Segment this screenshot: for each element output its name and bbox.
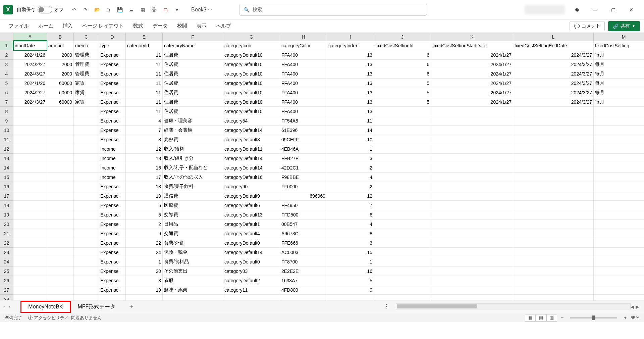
cell-L25[interactable] bbox=[513, 267, 594, 276]
cell-C11[interactable] bbox=[74, 135, 99, 144]
cell-E2[interactable]: 11 bbox=[126, 50, 163, 60]
cell-I28[interactable] bbox=[327, 295, 374, 300]
cell-L2[interactable]: 2024/3/27 bbox=[513, 50, 594, 60]
cell-L17[interactable] bbox=[513, 191, 594, 201]
column-header-G[interactable]: G bbox=[223, 33, 280, 41]
cell-A23[interactable] bbox=[13, 248, 47, 257]
row-header-24[interactable]: 24 bbox=[0, 257, 13, 267]
cell-M22[interactable] bbox=[594, 238, 644, 248]
cell-G14[interactable]: categoryDefault14 bbox=[223, 163, 280, 173]
cell-B24[interactable] bbox=[47, 257, 74, 267]
cell-J11[interactable] bbox=[374, 135, 431, 144]
cell-H6[interactable]: FFA400 bbox=[280, 88, 327, 97]
row-header-7[interactable]: 7 bbox=[0, 97, 13, 107]
cell-G28[interactable] bbox=[223, 295, 280, 300]
cell-L21[interactable] bbox=[513, 229, 594, 238]
row-header-11[interactable]: 11 bbox=[0, 135, 13, 144]
cell-M10[interactable] bbox=[594, 126, 644, 135]
cell-F17[interactable]: 通信費 bbox=[163, 191, 223, 201]
cell-G6[interactable]: categoryDefault10 bbox=[223, 88, 280, 97]
cell-G22[interactable]: categoryDefault0 bbox=[223, 238, 280, 248]
row-header-10[interactable]: 10 bbox=[0, 126, 13, 135]
cell-K28[interactable] bbox=[431, 295, 513, 300]
cell-K1[interactable]: fixedCostSettingStartDate bbox=[431, 41, 513, 50]
cell-L6[interactable]: 2024/3/27 bbox=[513, 88, 594, 97]
cell-M16[interactable] bbox=[594, 182, 644, 191]
sheet-options-icon[interactable]: ⋮ bbox=[384, 303, 389, 309]
horizontal-scroll-thumb[interactable] bbox=[397, 304, 477, 308]
cell-I15[interactable]: 4 bbox=[327, 173, 374, 182]
ribbon-tab-挿入[interactable]: 挿入 bbox=[58, 20, 77, 32]
cell-B4[interactable]: 2000 bbox=[47, 69, 74, 79]
cell-C1[interactable]: memo bbox=[74, 41, 99, 50]
cell-G27[interactable]: category11 bbox=[223, 285, 280, 295]
cell-K17[interactable] bbox=[431, 191, 513, 201]
ribbon-tab-数式[interactable]: 数式 bbox=[128, 20, 148, 32]
cell-D6[interactable]: Expense bbox=[99, 88, 126, 97]
cell-I23[interactable]: 15 bbox=[327, 248, 374, 257]
cell-C10[interactable] bbox=[74, 126, 99, 135]
cell-B13[interactable] bbox=[47, 154, 74, 163]
cell-F1[interactable]: categoryName bbox=[163, 41, 223, 50]
cell-K25[interactable] bbox=[431, 267, 513, 276]
cell-A21[interactable] bbox=[13, 229, 47, 238]
cell-F10[interactable]: 経費・会費類 bbox=[163, 126, 223, 135]
cell-B6[interactable]: 60000 bbox=[47, 88, 74, 97]
column-header-L[interactable]: L bbox=[513, 33, 594, 41]
cell-A18[interactable] bbox=[13, 201, 47, 210]
cell-E16[interactable]: 18 bbox=[126, 182, 163, 191]
new-button[interactable]: 🗋 bbox=[104, 5, 113, 14]
cell-G24[interactable]: categoryDefault0 bbox=[223, 257, 280, 267]
cell-C24[interactable] bbox=[74, 257, 99, 267]
cell-M3[interactable]: 毎月 bbox=[594, 60, 644, 69]
cell-J9[interactable] bbox=[374, 116, 431, 126]
row-header-6[interactable]: 6 bbox=[0, 88, 13, 97]
cell-I25[interactable]: 16 bbox=[327, 267, 374, 276]
cell-B25[interactable] bbox=[47, 267, 74, 276]
cell-G10[interactable]: categoryDefault14 bbox=[223, 126, 280, 135]
cell-H20[interactable]: 00B547 bbox=[280, 220, 327, 229]
cell-B16[interactable] bbox=[47, 182, 74, 191]
cell-F19[interactable]: 交際費 bbox=[163, 210, 223, 220]
cell-L4[interactable]: 2024/3/27 bbox=[513, 69, 594, 79]
cell-E24[interactable]: 1 bbox=[126, 257, 163, 267]
cell-I10[interactable]: 14 bbox=[327, 126, 374, 135]
cell-H22[interactable]: FFE666 bbox=[280, 238, 327, 248]
cell-C27[interactable] bbox=[74, 285, 99, 295]
cell-G17[interactable]: categoryDefault9 bbox=[223, 191, 280, 201]
cell-B1[interactable]: amount bbox=[47, 41, 74, 50]
cell-L24[interactable] bbox=[513, 257, 594, 267]
column-header-I[interactable]: I bbox=[327, 33, 374, 41]
cell-I16[interactable]: 2 bbox=[327, 182, 374, 191]
addins-button[interactable]: ▢ bbox=[161, 5, 170, 14]
cell-B20[interactable] bbox=[47, 220, 74, 229]
cell-I17[interactable]: 12 bbox=[327, 191, 374, 201]
horizontal-scrollbar[interactable] bbox=[396, 303, 631, 309]
cell-D17[interactable]: Expense bbox=[99, 191, 126, 201]
cell-J12[interactable] bbox=[374, 144, 431, 154]
column-header-M[interactable]: M bbox=[594, 33, 644, 41]
cell-G18[interactable]: categoryDefault6 bbox=[223, 201, 280, 210]
cell-E5[interactable]: 11 bbox=[126, 79, 163, 88]
cell-E19[interactable]: 5 bbox=[126, 210, 163, 220]
cell-B14[interactable] bbox=[47, 163, 74, 173]
cell-K14[interactable] bbox=[431, 163, 513, 173]
cell-F6[interactable]: 住居費 bbox=[163, 88, 223, 97]
cell-M13[interactable] bbox=[594, 154, 644, 163]
cell-H13[interactable]: FFB27F bbox=[280, 154, 327, 163]
cell-D27[interactable]: Expense bbox=[99, 285, 126, 295]
cell-C17[interactable] bbox=[74, 191, 99, 201]
row-header-17[interactable]: 17 bbox=[0, 191, 13, 201]
sheet-next-icon[interactable]: › bbox=[9, 304, 11, 309]
cell-M18[interactable] bbox=[594, 201, 644, 210]
cell-I4[interactable]: 13 bbox=[327, 69, 374, 79]
cell-J5[interactable]: 5 bbox=[374, 79, 431, 88]
cell-M9[interactable] bbox=[594, 116, 644, 126]
cell-F5[interactable]: 住居費 bbox=[163, 79, 223, 88]
sheet-tab-mff[interactable]: MFF形式データ bbox=[71, 301, 123, 312]
cell-H27[interactable]: 4FD800 bbox=[280, 285, 327, 295]
column-header-J[interactable]: J bbox=[374, 33, 431, 41]
cell-E8[interactable]: 11 bbox=[126, 107, 163, 116]
cell-I7[interactable]: 13 bbox=[327, 97, 374, 107]
cell-E18[interactable]: 6 bbox=[126, 201, 163, 210]
